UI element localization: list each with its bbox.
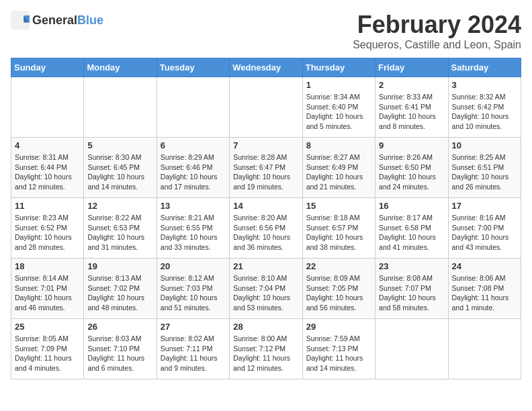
calendar-cell [11, 77, 84, 138]
calendar-cell [84, 77, 157, 138]
day-number: 6 [161, 140, 226, 150]
day-number: 21 [233, 261, 298, 271]
day-number: 11 [15, 201, 80, 211]
calendar-cell: 12Sunrise: 8:22 AMSunset: 6:53 PMDayligh… [84, 198, 157, 259]
calendar-cell: 10Sunrise: 8:25 AMSunset: 6:51 PMDayligh… [448, 138, 521, 198]
logo-blue: Blue [77, 13, 103, 27]
day-number: 27 [161, 322, 226, 332]
week-row-1: 1Sunrise: 8:34 AMSunset: 6:40 PMDaylight… [11, 77, 521, 138]
day-number: 4 [15, 140, 80, 150]
day-of-week-tuesday: Tuesday [157, 58, 229, 77]
calendar-cell [230, 77, 302, 138]
day-info: Sunrise: 8:30 AMSunset: 6:45 PMDaylight:… [87, 152, 152, 192]
calendar-cell: 28Sunrise: 8:00 AMSunset: 7:12 PMDayligh… [230, 319, 302, 379]
day-info: Sunrise: 8:32 AMSunset: 6:42 PMDaylight:… [452, 92, 517, 132]
day-info: Sunrise: 8:03 AMSunset: 7:10 PMDaylight:… [87, 334, 152, 373]
week-row-3: 11Sunrise: 8:23 AMSunset: 6:52 PMDayligh… [11, 198, 521, 259]
day-number: 29 [306, 322, 371, 332]
calendar-cell: 16Sunrise: 8:17 AMSunset: 6:58 PMDayligh… [375, 198, 448, 259]
calendar-cell: 20Sunrise: 8:12 AMSunset: 7:03 PMDayligh… [157, 259, 229, 319]
day-number: 9 [379, 140, 444, 150]
calendar-cell: 25Sunrise: 8:05 AMSunset: 7:09 PMDayligh… [11, 319, 84, 379]
day-info: Sunrise: 8:34 AMSunset: 6:40 PMDaylight:… [306, 92, 371, 132]
calendar-cell: 15Sunrise: 8:18 AMSunset: 6:57 PMDayligh… [302, 198, 375, 259]
week-row-2: 4Sunrise: 8:31 AMSunset: 6:44 PMDaylight… [11, 138, 521, 198]
day-info: Sunrise: 8:06 AMSunset: 7:08 PMDaylight:… [452, 273, 517, 313]
week-row-4: 18Sunrise: 8:14 AMSunset: 7:01 PMDayligh… [11, 259, 521, 319]
calendar-cell: 11Sunrise: 8:23 AMSunset: 6:52 PMDayligh… [11, 198, 84, 259]
day-info: Sunrise: 8:23 AMSunset: 6:52 PMDaylight:… [15, 213, 80, 253]
day-of-week-thursday: Thursday [302, 58, 375, 77]
day-info: Sunrise: 8:27 AMSunset: 6:49 PMDaylight:… [306, 152, 371, 192]
day-info: Sunrise: 8:02 AMSunset: 7:11 PMDaylight:… [161, 334, 226, 373]
day-info: Sunrise: 8:13 AMSunset: 7:02 PMDaylight:… [87, 273, 152, 313]
calendar-cell: 18Sunrise: 8:14 AMSunset: 7:01 PMDayligh… [11, 259, 84, 319]
title-block: February 2024 Sequeros, Castille and Leo… [353, 11, 521, 51]
day-number: 22 [306, 261, 371, 271]
week-row-5: 25Sunrise: 8:05 AMSunset: 7:09 PMDayligh… [11, 319, 521, 379]
day-info: Sunrise: 8:08 AMSunset: 7:07 PMDaylight:… [379, 273, 444, 313]
logo-text: GeneralBlue [32, 13, 103, 28]
logo-icon [11, 11, 30, 30]
day-info: Sunrise: 8:16 AMSunset: 7:00 PMDaylight:… [452, 213, 517, 253]
day-number: 3 [452, 80, 517, 90]
calendar-cell: 26Sunrise: 8:03 AMSunset: 7:10 PMDayligh… [84, 319, 157, 379]
calendar-cell: 7Sunrise: 8:28 AMSunset: 6:47 PMDaylight… [230, 138, 302, 198]
day-number: 20 [161, 261, 226, 271]
day-info: Sunrise: 8:05 AMSunset: 7:09 PMDaylight:… [15, 334, 80, 373]
calendar-body: 1Sunrise: 8:34 AMSunset: 6:40 PMDaylight… [11, 77, 521, 379]
calendar-cell: 23Sunrise: 8:08 AMSunset: 7:07 PMDayligh… [375, 259, 448, 319]
day-number: 7 [233, 140, 298, 150]
day-number: 24 [452, 261, 517, 271]
calendar-cell: 9Sunrise: 8:26 AMSunset: 6:50 PMDaylight… [375, 138, 448, 198]
month-year-title: February 2024 [353, 11, 521, 39]
calendar-cell: 5Sunrise: 8:30 AMSunset: 6:45 PMDaylight… [84, 138, 157, 198]
day-of-week-saturday: Saturday [448, 58, 521, 77]
page-header: GeneralBlue February 2024 Sequeros, Cast… [11, 11, 521, 51]
day-info: Sunrise: 8:10 AMSunset: 7:04 PMDaylight:… [233, 273, 298, 313]
calendar-cell: 21Sunrise: 8:10 AMSunset: 7:04 PMDayligh… [230, 259, 302, 319]
calendar-cell: 22Sunrise: 8:09 AMSunset: 7:05 PMDayligh… [302, 259, 375, 319]
day-info: Sunrise: 8:31 AMSunset: 6:44 PMDaylight:… [15, 152, 80, 192]
calendar-cell: 3Sunrise: 8:32 AMSunset: 6:42 PMDaylight… [448, 77, 521, 138]
day-number: 5 [87, 140, 152, 150]
calendar-cell: 17Sunrise: 8:16 AMSunset: 7:00 PMDayligh… [448, 198, 521, 259]
day-info: Sunrise: 8:09 AMSunset: 7:05 PMDaylight:… [306, 273, 371, 313]
calendar-cell: 24Sunrise: 8:06 AMSunset: 7:08 PMDayligh… [448, 259, 521, 319]
day-number: 25 [15, 322, 80, 332]
logo: GeneralBlue [11, 11, 103, 30]
calendar-cell: 4Sunrise: 8:31 AMSunset: 6:44 PMDaylight… [11, 138, 84, 198]
day-info: Sunrise: 8:25 AMSunset: 6:51 PMDaylight:… [452, 152, 517, 192]
day-number: 17 [452, 201, 517, 211]
day-info: Sunrise: 8:22 AMSunset: 6:53 PMDaylight:… [87, 213, 152, 253]
logo-general: General [32, 13, 77, 27]
day-number: 10 [452, 140, 517, 150]
day-number: 19 [87, 261, 152, 271]
day-info: Sunrise: 8:00 AMSunset: 7:12 PMDaylight:… [233, 334, 298, 373]
days-of-week-row: SundayMondayTuesdayWednesdayThursdayFrid… [11, 58, 521, 77]
calendar-cell: 1Sunrise: 8:34 AMSunset: 6:40 PMDaylight… [302, 77, 375, 138]
day-of-week-friday: Friday [375, 58, 448, 77]
day-number: 18 [15, 261, 80, 271]
day-number: 28 [233, 322, 298, 332]
day-of-week-sunday: Sunday [11, 58, 84, 77]
day-number: 12 [87, 201, 152, 211]
day-of-week-wednesday: Wednesday [230, 58, 302, 77]
day-number: 1 [306, 80, 371, 90]
day-info: Sunrise: 8:21 AMSunset: 6:55 PMDaylight:… [161, 213, 226, 253]
location-subtitle: Sequeros, Castille and Leon, Spain [353, 39, 521, 51]
day-number: 15 [306, 201, 371, 211]
calendar-cell [375, 319, 448, 379]
calendar-cell: 29Sunrise: 7:59 AMSunset: 7:13 PMDayligh… [302, 319, 375, 379]
day-info: Sunrise: 8:14 AMSunset: 7:01 PMDaylight:… [15, 273, 80, 313]
calendar-cell: 19Sunrise: 8:13 AMSunset: 7:02 PMDayligh… [84, 259, 157, 319]
day-info: Sunrise: 8:26 AMSunset: 6:50 PMDaylight:… [379, 152, 444, 192]
calendar-cell: 6Sunrise: 8:29 AMSunset: 6:46 PMDaylight… [157, 138, 229, 198]
day-info: Sunrise: 8:28 AMSunset: 6:47 PMDaylight:… [233, 152, 298, 192]
day-number: 26 [87, 322, 152, 332]
day-info: Sunrise: 8:12 AMSunset: 7:03 PMDaylight:… [161, 273, 226, 313]
calendar-cell: 14Sunrise: 8:20 AMSunset: 6:56 PMDayligh… [230, 198, 302, 259]
day-of-week-monday: Monday [84, 58, 157, 77]
day-info: Sunrise: 8:29 AMSunset: 6:46 PMDaylight:… [161, 152, 226, 192]
day-number: 2 [379, 80, 444, 90]
